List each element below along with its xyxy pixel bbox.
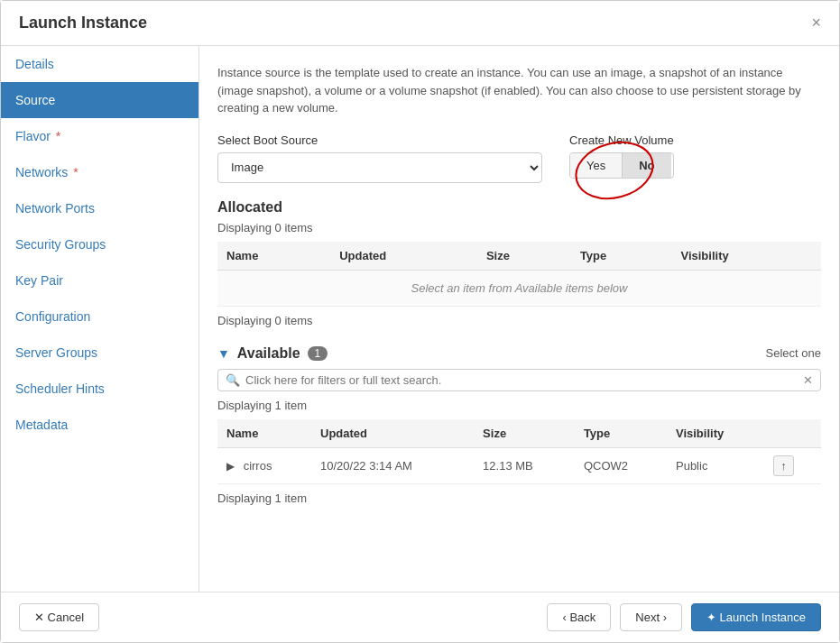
available-count-top: Displaying 1 item <box>217 399 821 412</box>
launch-label: Launch Instance <box>720 611 806 624</box>
allocated-table-header: Name Updated Size Type Visibility <box>217 242 821 271</box>
row-updated-cell: 10/20/22 3:14 AM <box>311 447 474 483</box>
allocated-col-visibility: Visibility <box>671 242 821 271</box>
allocated-title: Allocated <box>217 199 821 216</box>
allocated-col-updated: Updated <box>330 242 477 271</box>
sidebar-item-key-pair[interactable]: Key Pair <box>1 262 198 299</box>
networks-required-marker: * <box>69 165 78 179</box>
available-chevron-icon[interactable]: ▼ <box>217 346 230 361</box>
launch-plus-icon: ✦ <box>706 611 720 624</box>
sidebar-item-networks-label: Networks <box>15 165 68 179</box>
available-table: Name Updated Size Type Visibility ▶ cirr… <box>217 419 821 484</box>
no-button[interactable]: No <box>623 153 670 178</box>
launch-instance-modal: Launch Instance × Details Source Flavor … <box>0 0 840 643</box>
available-header-row: Name Updated Size Type Visibility <box>217 419 821 448</box>
sidebar-item-metadata[interactable]: Metadata <box>1 407 198 443</box>
create-volume-label: Create New Volume <box>569 133 674 147</box>
available-table-body: ▶ cirros 10/20/22 3:14 AM 12.13 MB QCOW2… <box>217 447 821 483</box>
yes-no-toggle: Yes No <box>569 152 674 179</box>
select-one-label: Select one <box>766 346 821 360</box>
row-name: cirros <box>244 459 272 473</box>
available-header: ▼ Available 1 Select one <box>217 345 821 362</box>
footer-left: ✕ Cancel <box>19 603 99 631</box>
footer-right: ‹ Back Next › ✦ Launch Instance <box>547 603 821 631</box>
row-action-cell: ↑ <box>764 447 821 483</box>
sidebar-item-scheduler-hints[interactable]: Scheduler Hints <box>1 371 198 407</box>
allocated-table-body: Select an item from Available items belo… <box>217 270 821 306</box>
row-type-cell: QCOW2 <box>575 447 667 483</box>
sidebar-item-server-groups-label: Server Groups <box>15 345 97 360</box>
allocated-col-size: Size <box>477 242 571 271</box>
available-count-badge: 1 <box>308 346 328 361</box>
sidebar-item-metadata-label: Metadata <box>15 418 68 432</box>
row-expand-icon[interactable]: ▶ <box>226 460 235 473</box>
allocated-col-type: Type <box>571 242 672 271</box>
close-button[interactable]: × <box>811 14 821 32</box>
allocated-second-count: Displaying 0 items <box>217 314 821 327</box>
row-name-cell: ▶ cirros <box>217 447 311 483</box>
search-input[interactable] <box>240 373 803 387</box>
modal-body: Details Source Flavor * Networks * Netwo… <box>1 46 839 592</box>
back-button[interactable]: ‹ Back <box>547 603 611 631</box>
search-icon: 🔍 <box>226 373 240 387</box>
sidebar-item-source-label: Source <box>15 93 55 107</box>
sidebar-item-scheduler-hints-label: Scheduler Hints <box>15 381 105 396</box>
boot-source-row: Select Boot Source Image Snapshot Volume… <box>217 133 821 183</box>
allocated-count: Displaying 0 items <box>217 221 821 234</box>
available-col-name: Name <box>217 419 311 448</box>
sidebar-item-network-ports-label: Network Ports <box>15 201 95 216</box>
search-bar: 🔍 ✕ <box>217 369 821 391</box>
cancel-button[interactable]: ✕ Cancel <box>19 603 99 631</box>
yes-button[interactable]: Yes <box>570 153 623 178</box>
sidebar-item-networks[interactable]: Networks * <box>1 154 198 190</box>
available-title-group: ▼ Available 1 <box>217 345 328 362</box>
available-col-size: Size <box>474 419 575 448</box>
modal-header: Launch Instance × <box>1 1 839 46</box>
allocated-col-name: Name <box>217 242 330 271</box>
sidebar-item-details[interactable]: Details <box>1 46 198 82</box>
allocated-empty-row: Select an item from Available items belo… <box>217 270 821 306</box>
sidebar-item-configuration-label: Configuration <box>15 309 90 324</box>
sidebar-item-configuration[interactable]: Configuration <box>1 299 198 335</box>
table-row: ▶ cirros 10/20/22 3:14 AM 12.13 MB QCOW2… <box>217 447 821 483</box>
allocate-icon: ↑ <box>780 459 787 473</box>
create-volume-group: Create New Volume Yes No <box>569 133 674 179</box>
allocated-header-row: Name Updated Size Type Visibility <box>217 242 821 271</box>
next-button[interactable]: Next › <box>620 603 682 631</box>
sidebar-item-details-label: Details <box>15 57 54 71</box>
boot-source-group: Select Boot Source Image Snapshot Volume… <box>217 133 542 183</box>
allocate-button[interactable]: ↑ <box>773 455 794 476</box>
row-size-cell: 12.13 MB <box>474 447 575 483</box>
available-title: Available <box>237 345 300 362</box>
available-col-visibility: Visibility <box>667 419 764 448</box>
available-col-updated: Updated <box>311 419 474 448</box>
sidebar-item-network-ports[interactable]: Network Ports <box>1 190 198 226</box>
clear-search-icon[interactable]: ✕ <box>803 373 813 387</box>
sidebar-item-flavor[interactable]: Flavor * <box>1 118 198 154</box>
available-col-action <box>764 419 821 448</box>
sidebar-item-key-pair-label: Key Pair <box>15 273 63 288</box>
available-col-type: Type <box>575 419 667 448</box>
available-table-header: Name Updated Size Type Visibility <box>217 419 821 448</box>
sidebar-item-security-groups[interactable]: Security Groups <box>1 226 198 262</box>
sidebar-item-source[interactable]: Source <box>1 82 198 118</box>
sidebar-item-security-groups-label: Security Groups <box>15 237 106 252</box>
available-count-bottom: Displaying 1 item <box>217 491 821 505</box>
modal-footer: ✕ Cancel ‹ Back Next › ✦ Launch Instance <box>1 592 839 642</box>
modal-title: Launch Instance <box>19 14 147 32</box>
boot-source-label: Select Boot Source <box>217 133 542 147</box>
description-text: Instance source is the template used to … <box>217 64 821 117</box>
sidebar: Details Source Flavor * Networks * Netwo… <box>1 46 199 592</box>
allocated-empty-message: Select an item from Available items belo… <box>217 270 821 306</box>
sidebar-item-server-groups[interactable]: Server Groups <box>1 335 198 371</box>
row-visibility-cell: Public <box>667 447 764 483</box>
flavor-required-marker: * <box>52 129 60 143</box>
main-content: Instance source is the template used to … <box>199 46 839 592</box>
launch-instance-button[interactable]: ✦ Launch Instance <box>691 603 821 631</box>
boot-source-select[interactable]: Image Snapshot Volume Volume Snapshot <box>217 152 542 183</box>
sidebar-item-flavor-label: Flavor <box>15 129 51 143</box>
allocated-table: Name Updated Size Type Visibility Select… <box>217 242 821 307</box>
